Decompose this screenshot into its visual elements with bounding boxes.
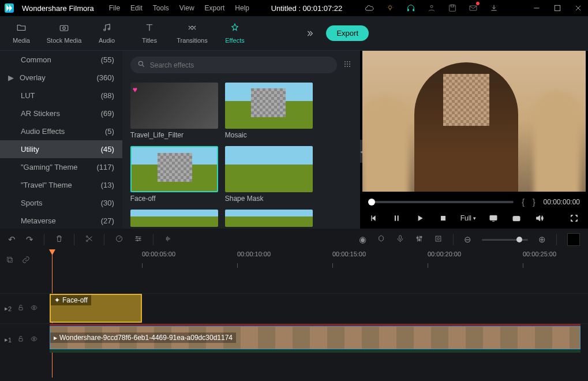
audio-clip[interactable] — [50, 349, 580, 353]
fullscreen-icon[interactable] — [568, 212, 580, 224]
menu-help[interactable]: Help — [235, 4, 249, 12]
play-icon: ▸ — [54, 334, 57, 342]
mark-in-icon[interactable]: { — [522, 197, 525, 207]
crop-icon[interactable] — [434, 234, 443, 245]
snapshot-icon[interactable] — [511, 212, 522, 224]
marker-icon[interactable] — [377, 234, 385, 245]
transitions-icon — [186, 23, 198, 36]
prev-frame-icon[interactable] — [368, 212, 380, 224]
zoom-717[interactable] — [482, 239, 528, 241]
lock-icon[interactable] — [17, 304, 24, 313]
svg-point-20 — [347, 66, 348, 67]
effect-item-extra1[interactable] — [130, 210, 218, 227]
sidebar-item-utility[interactable]: Utility(45) — [0, 140, 122, 158]
scrubber-handle[interactable] — [368, 199, 375, 206]
preview-panel: { } 00:00:00:00 Full▾ — [360, 51, 588, 229]
tab-titles[interactable]: Titles — [128, 16, 171, 51]
volume-icon[interactable] — [534, 212, 545, 224]
effect-item-extra2[interactable] — [225, 210, 313, 227]
heart-icon: ♥ — [133, 85, 137, 94]
sidebar-item-travel-theme[interactable]: "Travel" Theme(13) — [0, 176, 122, 194]
mic-icon[interactable] — [396, 234, 405, 245]
effect-item-travel-life[interactable]: ♥ Travel_Life_Filter — [130, 83, 218, 139]
split-icon[interactable] — [85, 234, 93, 245]
menu-tools[interactable]: Tools — [153, 4, 169, 12]
quality-select[interactable]: Full▾ — [460, 214, 476, 222]
zoom-out-icon[interactable]: ⊖ — [464, 234, 471, 245]
svg-point-13 — [344, 61, 346, 62]
menu-edit[interactable]: Edit — [130, 4, 143, 12]
svg-rect-42 — [9, 258, 13, 262]
sidebar-item-common[interactable]: Common(55) — [0, 51, 122, 69]
more-icon[interactable] — [304, 28, 314, 39]
export-button[interactable]: Export — [326, 25, 369, 41]
sidebar-item-ar-stickers[interactable]: AR Stickers(69) — [0, 104, 122, 122]
render-icon[interactable]: ◉ — [359, 234, 366, 245]
star-icon: ✦ — [54, 296, 60, 304]
tab-audio[interactable]: Audio — [85, 16, 128, 51]
effect-item-shape-mask[interactable]: Shape Mask — [225, 146, 313, 203]
preview-video[interactable] — [362, 51, 586, 192]
effect-clip[interactable]: ✦Face-off — [50, 294, 142, 323]
sidebar-item-overlay[interactable]: ▶Overlay(360) — [0, 69, 122, 87]
svg-rect-5 — [451, 5, 454, 7]
eye-icon[interactable] — [30, 335, 38, 344]
redo-icon[interactable]: ↷ — [26, 234, 33, 245]
lock-icon[interactable] — [17, 335, 24, 344]
save-icon[interactable] — [447, 3, 458, 13]
zoom-in-icon[interactable]: ⊕ — [538, 234, 546, 245]
sidebar-item-sports[interactable]: Sports(30) — [0, 194, 122, 212]
speed-icon[interactable] — [115, 234, 123, 245]
eye-icon[interactable] — [30, 304, 38, 313]
app-logo-icon — [5, 3, 14, 13]
sidebar-item-lut[interactable]: LUT(88) — [0, 87, 122, 104]
markers-box[interactable] — [567, 233, 580, 246]
zoom-handle[interactable] — [516, 237, 522, 242]
mail-icon[interactable] — [468, 3, 478, 13]
video-clip[interactable]: ▸Wondershare-9ccd78f6-6eb1-4469-91ea-a09… — [50, 326, 580, 349]
menu-export[interactable]: Export — [205, 4, 225, 12]
menu-view[interactable]: View — [179, 4, 194, 12]
copy-layout-icon[interactable] — [6, 256, 14, 266]
effect-thumb — [130, 210, 218, 227]
tab-media[interactable]: Media — [0, 16, 43, 51]
sidebar-item-gaming-theme[interactable]: "Gaming" Theme(117) — [0, 158, 122, 176]
search-box[interactable] — [130, 57, 337, 73]
tab-transitions[interactable]: Transitions — [171, 16, 214, 51]
timeline-section: ↶ ↷ ◉ ⊖ ⊕ 00:00:05:00 00:00:10:00 — [0, 229, 588, 381]
tab-stock-media[interactable]: Stock Media — [43, 16, 85, 51]
mixer-icon[interactable] — [415, 234, 424, 245]
link-icon[interactable] — [22, 256, 30, 266]
undo-icon[interactable]: ↶ — [8, 234, 16, 245]
effect-item-mosaic[interactable]: Mosaic — [225, 83, 313, 139]
menu-file[interactable]: File — [109, 4, 120, 12]
effect-item-face-off[interactable]: Face-off — [130, 146, 218, 203]
display-icon[interactable] — [488, 212, 499, 224]
audio-wave-icon[interactable] — [164, 234, 173, 245]
delete-icon[interactable] — [55, 234, 63, 245]
user-icon[interactable] — [426, 3, 437, 13]
preview-scrubber[interactable] — [368, 201, 514, 203]
track-content[interactable]: ▸Wondershare-9ccd78f6-6eb1-4469-91ea-a09… — [50, 324, 588, 356]
mark-out-icon[interactable]: } — [533, 197, 535, 207]
headphones-icon[interactable] — [406, 3, 416, 13]
adjust-icon[interactable] — [134, 234, 143, 245]
close-icon[interactable] — [573, 3, 583, 13]
lightbulb-icon[interactable] — [385, 3, 395, 13]
sidebar-item-audio-effects[interactable]: Audio Effects(5) — [0, 122, 122, 140]
minimize-icon[interactable] — [531, 3, 542, 13]
track-content[interactable]: ✦Face-off — [50, 294, 588, 323]
timeline-ruler[interactable]: 00:00:05:00 00:00:10:00 00:00:15:00 00:0… — [50, 251, 588, 270]
stop-icon[interactable] — [437, 212, 449, 224]
play-icon[interactable] — [414, 212, 426, 224]
step-back-icon[interactable] — [391, 212, 403, 224]
grid-view-icon[interactable] — [343, 59, 352, 70]
svg-rect-38 — [420, 237, 422, 238]
download-icon[interactable] — [489, 3, 499, 13]
search-input[interactable] — [150, 61, 330, 69]
sidebar-item-metaverse[interactable]: Metaverse(27) — [0, 212, 122, 229]
cloud-icon[interactable] — [364, 3, 374, 13]
maximize-icon[interactable] — [552, 3, 563, 13]
svg-point-9 — [63, 27, 66, 30]
tab-effects[interactable]: Effects — [214, 16, 256, 51]
